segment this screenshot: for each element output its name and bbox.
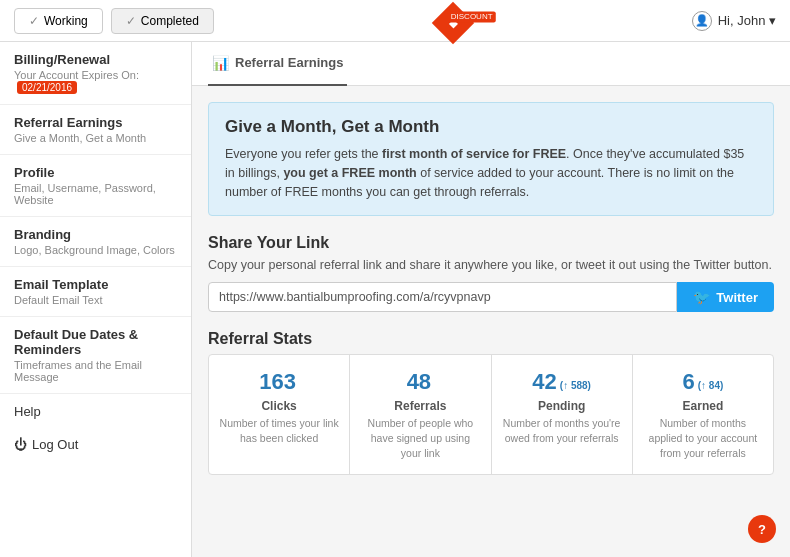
twitter-label: Twitter [716, 290, 758, 305]
stat-desc: Number of people who have signed up usin… [360, 416, 480, 460]
logo-diamond: ◆ DISCOUNT [432, 1, 474, 43]
referral-title: Referral Earnings [14, 115, 177, 130]
stats-grid: 163 Clicks Number of times your link has… [208, 354, 774, 475]
share-section: Share Your Link Copy your personal refer… [208, 234, 774, 312]
sidebar-item-profile[interactable]: Profile Email, Username, Password, Websi… [0, 155, 191, 217]
tab-bar: ✓ Working ✓ Completed [14, 8, 214, 34]
info-box-heading: Give a Month, Get a Month [225, 117, 757, 137]
sidebar-item-branding[interactable]: Branding Logo, Background Image, Colors [0, 217, 191, 267]
sidebar-item-referral[interactable]: Referral Earnings Give a Month, Get a Mo… [0, 105, 191, 155]
profile-title: Profile [14, 165, 177, 180]
stat-number: 48 [360, 369, 480, 395]
help-fab[interactable]: ? [748, 515, 776, 543]
working-icon: ✓ [29, 14, 39, 28]
sidebar-item-logout[interactable]: ⏻ Log Out [0, 429, 191, 460]
sidebar: Billing/Renewal Your Account Expires On:… [0, 42, 192, 557]
stats-title: Referral Stats [208, 330, 774, 348]
sidebar-item-billing[interactable]: Billing/Renewal Your Account Expires On:… [0, 42, 191, 105]
referral-link-input[interactable] [208, 282, 677, 312]
sidebar-item-help[interactable]: Help [0, 394, 191, 429]
info-box: Give a Month, Get a Month Everyone you r… [208, 102, 774, 216]
main-inner: Give a Month, Get a Month Everyone you r… [192, 86, 790, 491]
stat-label: Clicks [219, 399, 339, 413]
top-nav: ✓ Working ✓ Completed ◆ DISCOUNT 👤 Hi, J… [0, 0, 790, 42]
info-bold1: first month of service for FREE [382, 147, 566, 161]
email-template-sub: Default Email Text [14, 294, 177, 306]
stat-badge: (↑ 84) [698, 380, 724, 391]
info-body-part1: Everyone you refer gets the [225, 147, 382, 161]
profile-sub: Email, Username, Password, Website [14, 182, 177, 206]
stat-cell: 48 Referrals Number of people who have s… [350, 355, 491, 474]
link-row: 🐦 Twitter [208, 282, 774, 312]
completed-label: Completed [141, 14, 199, 28]
due-dates-title: Default Due Dates & Reminders [14, 327, 177, 357]
twitter-icon: 🐦 [693, 289, 710, 305]
stat-number: 6(↑ 84) [643, 369, 763, 395]
completed-tab[interactable]: ✓ Completed [111, 8, 214, 34]
working-tab[interactable]: ✓ Working [14, 8, 103, 34]
expires-badge: 02/21/2016 [17, 81, 77, 94]
main-content: 📊 Referral Earnings Give a Month, Get a … [192, 42, 790, 557]
stat-cell: 163 Clicks Number of times your link has… [209, 355, 350, 474]
stat-number: 163 [219, 369, 339, 395]
share-title: Share Your Link [208, 234, 774, 252]
stats-section: Referral Stats 163 Clicks Number of time… [208, 330, 774, 475]
referral-sub: Give a Month, Get a Month [14, 132, 177, 144]
stat-cell: 42(↑ 588) Pending Number of months you'r… [492, 355, 633, 474]
main-layout: Billing/Renewal Your Account Expires On:… [0, 42, 790, 557]
stat-label: Referrals [360, 399, 480, 413]
logo-badge: DISCOUNT [448, 11, 496, 22]
sidebar-item-email-template[interactable]: Email Template Default Email Text [0, 267, 191, 317]
stat-desc: Number of months you're owed from your r… [502, 416, 622, 445]
stat-badge: (↑ 588) [560, 380, 591, 391]
referral-tab-label: Referral Earnings [235, 55, 343, 70]
user-greeting: Hi, John ▾ [718, 13, 776, 28]
info-box-body: Everyone you refer gets the first month … [225, 145, 757, 201]
completed-icon: ✓ [126, 14, 136, 28]
content-tab-bar: 📊 Referral Earnings [192, 42, 790, 86]
info-bold2: you get a FREE month [283, 166, 416, 180]
stat-number: 42(↑ 588) [502, 369, 622, 395]
stat-label: Pending [502, 399, 622, 413]
stat-cell: 6(↑ 84) Earned Number of months applied … [633, 355, 773, 474]
twitter-button[interactable]: 🐦 Twitter [677, 282, 774, 312]
logout-icon: ⏻ [14, 437, 27, 452]
logout-label: Log Out [32, 437, 78, 452]
billing-expires-label: Your Account Expires On: 02/21/2016 [14, 69, 177, 94]
email-template-title: Email Template [14, 277, 177, 292]
logo: ◆ DISCOUNT [438, 8, 468, 38]
branding-sub: Logo, Background Image, Colors [14, 244, 177, 256]
user-menu[interactable]: 👤 Hi, John ▾ [692, 11, 776, 31]
referral-tab-icon: 📊 [212, 55, 229, 71]
stat-desc: Number of months applied to your account… [643, 416, 763, 460]
due-dates-sub: Timeframes and the Email Message [14, 359, 177, 383]
sidebar-item-due-dates[interactable]: Default Due Dates & Reminders Timeframes… [0, 317, 191, 394]
billing-title: Billing/Renewal [14, 52, 177, 67]
working-label: Working [44, 14, 88, 28]
share-desc: Copy your personal referral link and sha… [208, 258, 774, 272]
branding-title: Branding [14, 227, 177, 242]
user-avatar-icon: 👤 [692, 11, 712, 31]
stat-desc: Number of times your link has been click… [219, 416, 339, 445]
stat-label: Earned [643, 399, 763, 413]
referral-earnings-tab[interactable]: 📊 Referral Earnings [208, 42, 347, 86]
